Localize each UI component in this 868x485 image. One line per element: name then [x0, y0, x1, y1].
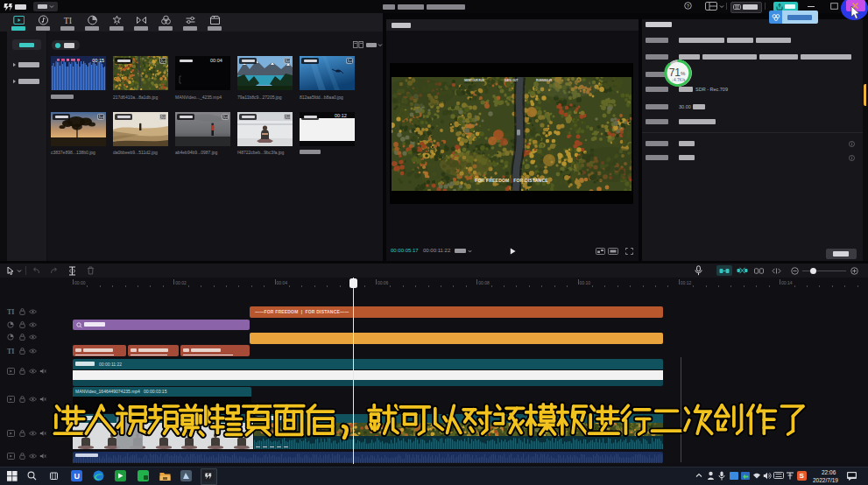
svg-text:TI: TI	[63, 16, 71, 25]
svg-text:?: ?	[687, 4, 690, 9]
svg-text:↓4.7K/s: ↓4.7K/s	[672, 78, 687, 82]
svg-text:00:15: 00:15	[92, 58, 104, 63]
